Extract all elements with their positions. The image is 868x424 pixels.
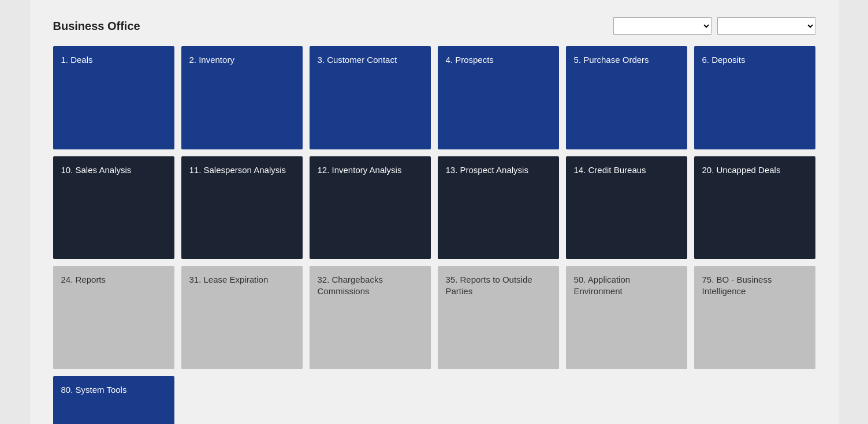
tile-2[interactable]: 2. Inventory [181, 46, 303, 149]
tile-6[interactable]: 6. Deposits [694, 46, 815, 149]
tile-14[interactable]: 14. Credit Bureaus [566, 156, 687, 260]
page-title: Business Office [53, 20, 140, 33]
tile-row-blue: 1. Deals 2. Inventory 3. Customer Contac… [53, 46, 815, 149]
tile-24[interactable]: 24. Reports [53, 266, 174, 369]
tile-row-bottom: 80. System Tools [53, 376, 815, 425]
tile-75[interactable]: 75. BO - Business Intelligence [694, 266, 815, 369]
header-select-2[interactable] [717, 17, 815, 35]
tile-35[interactable]: 35. Reports to Outside Parties [438, 266, 559, 369]
tile-1[interactable]: 1. Deals [53, 46, 174, 149]
tile-32[interactable]: 32. Chargebacks Commissions [310, 266, 431, 369]
header-select-1[interactable] [613, 17, 711, 35]
tile-13[interactable]: 13. Prospect Analysis [438, 156, 559, 260]
header-controls [613, 17, 815, 35]
tile-31[interactable]: 31. Lease Expiration [181, 266, 303, 369]
tile-5[interactable]: 5. Purchase Orders [566, 46, 687, 149]
tile-20[interactable]: 20. Uncapped Deals [694, 156, 815, 260]
tile-12[interactable]: 12. Inventory Analysis [310, 156, 431, 260]
tile-row-gray: 24. Reports 31. Lease Expiration 32. Cha… [53, 266, 815, 369]
tile-row-dark: 10. Sales Analysis 11. Salesperson Analy… [53, 156, 815, 260]
tile-11[interactable]: 11. Salesperson Analysis [181, 156, 303, 260]
page-wrapper: Business Office 1. Deals 2. Inventory 3.… [30, 0, 839, 424]
tile-80[interactable]: 80. System Tools [53, 376, 174, 425]
tile-3[interactable]: 3. Customer Contact [310, 46, 431, 149]
tile-10[interactable]: 10. Sales Analysis [53, 156, 174, 260]
header: Business Office [53, 17, 815, 35]
tile-50[interactable]: 50. Application Environment [566, 266, 687, 369]
tile-4[interactable]: 4. Prospects [438, 46, 559, 149]
